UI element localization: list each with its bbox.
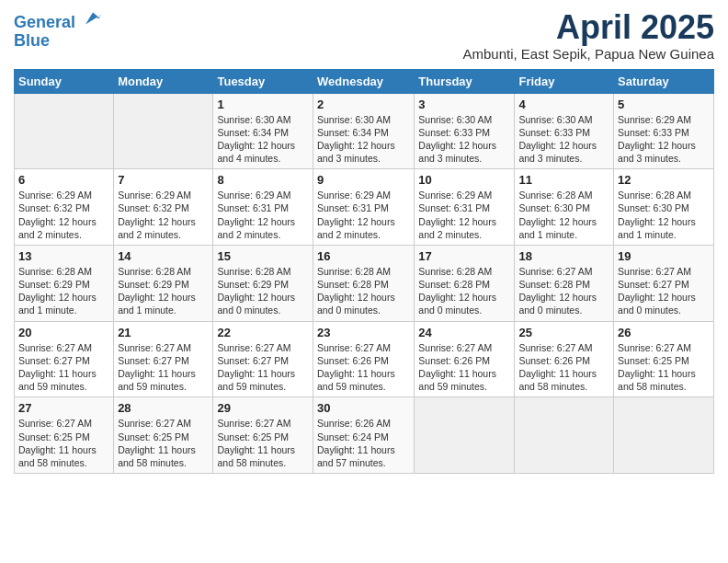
day-number: 28 xyxy=(118,401,209,415)
calendar-cell: 18Sunrise: 6:27 AM Sunset: 6:28 PM Dayli… xyxy=(515,245,614,321)
subtitle: Ambunti, East Sepik, Papua New Guinea xyxy=(463,46,715,62)
day-number: 1 xyxy=(217,98,309,111)
calendar-cell: 26Sunrise: 6:27 AM Sunset: 6:25 PM Dayli… xyxy=(614,321,714,397)
calendar-cell: 5Sunrise: 6:29 AM Sunset: 6:33 PM Daylig… xyxy=(614,93,714,169)
calendar-week-5: 27Sunrise: 6:27 AM Sunset: 6:25 PM Dayli… xyxy=(15,397,714,474)
day-info: Sunrise: 6:27 AM Sunset: 6:27 PM Dayligh… xyxy=(217,341,309,394)
day-number: 13 xyxy=(18,249,109,263)
day-info: Sunrise: 6:29 AM Sunset: 6:32 PM Dayligh… xyxy=(118,189,209,241)
day-number: 8 xyxy=(217,173,309,187)
day-header-wednesday: Wednesday xyxy=(313,69,415,93)
day-header-sunday: Sunday xyxy=(15,69,114,93)
day-info: Sunrise: 6:27 AM Sunset: 6:26 PM Dayligh… xyxy=(418,341,510,394)
calendar-cell xyxy=(415,397,515,474)
day-header-tuesday: Tuesday xyxy=(213,69,313,93)
calendar-week-4: 20Sunrise: 6:27 AM Sunset: 6:27 PM Dayli… xyxy=(15,321,714,397)
day-number: 27 xyxy=(18,401,109,415)
header: General Blue April 2025 Ambunti, East Se… xyxy=(14,9,714,62)
day-number: 17 xyxy=(418,249,510,263)
day-number: 25 xyxy=(518,326,609,339)
calendar-cell xyxy=(614,397,714,474)
day-number: 16 xyxy=(317,249,410,263)
day-info: Sunrise: 6:27 AM Sunset: 6:25 PM Dayligh… xyxy=(618,341,710,394)
day-number: 18 xyxy=(518,249,609,263)
calendar-cell: 4Sunrise: 6:30 AM Sunset: 6:33 PM Daylig… xyxy=(515,93,614,169)
day-number: 4 xyxy=(518,98,609,111)
calendar-cell: 25Sunrise: 6:27 AM Sunset: 6:26 PM Dayli… xyxy=(515,321,614,397)
day-info: Sunrise: 6:27 AM Sunset: 6:27 PM Dayligh… xyxy=(118,341,209,394)
day-number: 19 xyxy=(618,249,710,263)
day-number: 7 xyxy=(118,173,209,187)
day-header-friday: Friday xyxy=(515,69,614,93)
calendar-cell: 28Sunrise: 6:27 AM Sunset: 6:25 PM Dayli… xyxy=(114,397,213,474)
calendar-cell xyxy=(515,397,614,474)
day-number: 12 xyxy=(618,173,710,187)
day-info: Sunrise: 6:28 AM Sunset: 6:30 PM Dayligh… xyxy=(618,189,710,241)
day-info: Sunrise: 6:28 AM Sunset: 6:29 PM Dayligh… xyxy=(18,265,109,317)
day-number: 9 xyxy=(317,173,410,187)
day-number: 26 xyxy=(618,326,710,339)
day-header-monday: Monday xyxy=(114,69,213,93)
day-number: 14 xyxy=(118,249,209,263)
day-info: Sunrise: 6:27 AM Sunset: 6:26 PM Dayligh… xyxy=(317,341,410,394)
day-info: Sunrise: 6:28 AM Sunset: 6:28 PM Dayligh… xyxy=(317,265,410,317)
day-info: Sunrise: 6:30 AM Sunset: 6:34 PM Dayligh… xyxy=(317,113,410,166)
day-number: 3 xyxy=(418,98,510,111)
day-info: Sunrise: 6:29 AM Sunset: 6:31 PM Dayligh… xyxy=(418,189,510,241)
calendar-cell: 11Sunrise: 6:28 AM Sunset: 6:30 PM Dayli… xyxy=(515,169,614,246)
calendar-cell: 23Sunrise: 6:27 AM Sunset: 6:26 PM Dayli… xyxy=(313,321,415,397)
calendar-cell: 16Sunrise: 6:28 AM Sunset: 6:28 PM Dayli… xyxy=(313,245,415,321)
day-number: 15 xyxy=(217,249,309,263)
day-number: 29 xyxy=(217,401,309,415)
day-number: 10 xyxy=(418,173,510,187)
calendar-cell: 8Sunrise: 6:29 AM Sunset: 6:31 PM Daylig… xyxy=(213,169,313,246)
day-info: Sunrise: 6:28 AM Sunset: 6:28 PM Dayligh… xyxy=(418,265,510,317)
calendar-cell: 21Sunrise: 6:27 AM Sunset: 6:27 PM Dayli… xyxy=(114,321,213,397)
day-number: 22 xyxy=(217,326,309,339)
day-info: Sunrise: 6:27 AM Sunset: 6:27 PM Dayligh… xyxy=(18,341,109,394)
day-number: 30 xyxy=(317,401,410,415)
day-info: Sunrise: 6:28 AM Sunset: 6:29 PM Dayligh… xyxy=(118,265,209,317)
page: General Blue April 2025 Ambunti, East Se… xyxy=(0,0,728,483)
day-header-thursday: Thursday xyxy=(415,69,515,93)
day-info: Sunrise: 6:29 AM Sunset: 6:31 PM Dayligh… xyxy=(217,189,309,241)
calendar-cell: 1Sunrise: 6:30 AM Sunset: 6:34 PM Daylig… xyxy=(213,93,313,169)
logo-bird-icon xyxy=(82,9,104,28)
day-header-saturday: Saturday xyxy=(614,69,714,93)
day-info: Sunrise: 6:30 AM Sunset: 6:33 PM Dayligh… xyxy=(418,113,510,166)
day-info: Sunrise: 6:29 AM Sunset: 6:33 PM Dayligh… xyxy=(618,113,710,166)
day-info: Sunrise: 6:27 AM Sunset: 6:25 PM Dayligh… xyxy=(18,417,109,469)
day-info: Sunrise: 6:28 AM Sunset: 6:30 PM Dayligh… xyxy=(518,189,609,241)
calendar-cell xyxy=(15,93,114,169)
day-info: Sunrise: 6:29 AM Sunset: 6:32 PM Dayligh… xyxy=(18,189,109,241)
calendar-cell: 9Sunrise: 6:29 AM Sunset: 6:31 PM Daylig… xyxy=(313,169,415,246)
logo: General Blue xyxy=(14,9,104,51)
calendar: SundayMondayTuesdayWednesdayThursdayFrid… xyxy=(14,69,714,474)
day-info: Sunrise: 6:30 AM Sunset: 6:33 PM Dayligh… xyxy=(518,113,609,166)
day-number: 21 xyxy=(118,326,209,339)
day-info: Sunrise: 6:30 AM Sunset: 6:34 PM Dayligh… xyxy=(217,113,309,166)
day-number: 6 xyxy=(18,173,109,187)
calendar-week-3: 13Sunrise: 6:28 AM Sunset: 6:29 PM Dayli… xyxy=(15,245,714,321)
day-info: Sunrise: 6:26 AM Sunset: 6:24 PM Dayligh… xyxy=(317,417,410,469)
day-number: 24 xyxy=(418,326,510,339)
calendar-cell: 20Sunrise: 6:27 AM Sunset: 6:27 PM Dayli… xyxy=(15,321,114,397)
calendar-cell: 3Sunrise: 6:30 AM Sunset: 6:33 PM Daylig… xyxy=(415,93,515,169)
title-area: April 2025 Ambunti, East Sepik, Papua Ne… xyxy=(463,9,715,62)
calendar-cell: 30Sunrise: 6:26 AM Sunset: 6:24 PM Dayli… xyxy=(313,397,415,474)
day-info: Sunrise: 6:27 AM Sunset: 6:28 PM Dayligh… xyxy=(518,265,609,317)
day-number: 20 xyxy=(18,326,109,339)
day-number: 2 xyxy=(317,98,410,111)
calendar-cell: 13Sunrise: 6:28 AM Sunset: 6:29 PM Dayli… xyxy=(15,245,114,321)
day-number: 11 xyxy=(518,173,609,187)
day-info: Sunrise: 6:28 AM Sunset: 6:29 PM Dayligh… xyxy=(217,265,309,317)
day-number: 23 xyxy=(317,326,410,339)
svg-marker-0 xyxy=(85,13,102,25)
calendar-cell: 14Sunrise: 6:28 AM Sunset: 6:29 PM Dayli… xyxy=(114,245,213,321)
calendar-cell: 10Sunrise: 6:29 AM Sunset: 6:31 PM Dayli… xyxy=(415,169,515,246)
calendar-cell: 17Sunrise: 6:28 AM Sunset: 6:28 PM Dayli… xyxy=(415,245,515,321)
day-info: Sunrise: 6:27 AM Sunset: 6:27 PM Dayligh… xyxy=(618,265,710,317)
day-info: Sunrise: 6:27 AM Sunset: 6:25 PM Dayligh… xyxy=(118,417,209,469)
calendar-cell: 2Sunrise: 6:30 AM Sunset: 6:34 PM Daylig… xyxy=(313,93,415,169)
calendar-week-1: 1Sunrise: 6:30 AM Sunset: 6:34 PM Daylig… xyxy=(15,93,714,169)
